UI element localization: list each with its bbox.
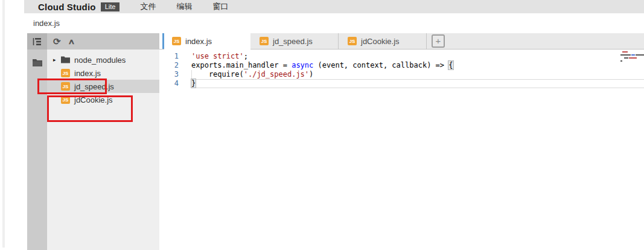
tree-item-node-modules[interactable]: ▸ node_modules bbox=[47, 53, 159, 66]
breadcrumb: index.js bbox=[24, 13, 644, 33]
js-file-icon: JS bbox=[348, 37, 357, 45]
code-line: 1 'use strict'; bbox=[159, 52, 644, 61]
tree-item-label: node_modules bbox=[74, 56, 126, 65]
app-brand: Cloud Studio bbox=[38, 2, 96, 12]
menu-window[interactable]: 窗口 bbox=[212, 1, 228, 12]
editor-pane: JS index.js JS jd_speed.js JS jdCookie.j… bbox=[159, 33, 644, 250]
matched-bracket: } bbox=[191, 79, 196, 88]
expand-arrow-icon[interactable]: ▸ bbox=[53, 57, 61, 63]
file-explorer: ⟳ ∧ ▸ node_modules JS index.js JS jd_spe… bbox=[47, 33, 159, 250]
code-editor[interactable]: 1 'use strict'; 2 exports.main_handler =… bbox=[159, 50, 644, 250]
code-line-current: 4 } bbox=[159, 79, 644, 88]
tab-label: jd_speed.js bbox=[273, 37, 313, 46]
tab-jdcookie-js[interactable]: JS jdCookie.js bbox=[339, 33, 427, 49]
tab-jd-speed-js[interactable]: JS jd_speed.js bbox=[250, 33, 339, 49]
explorer-toolbar: ⟳ ∧ bbox=[47, 33, 159, 50]
line-number: 1 bbox=[159, 52, 183, 61]
line-number: 3 bbox=[159, 70, 183, 79]
js-file-icon: JS bbox=[172, 37, 181, 45]
matched-bracket: { bbox=[448, 61, 453, 69]
tab-index-js[interactable]: JS index.js bbox=[162, 33, 250, 49]
minimap[interactable] bbox=[620, 51, 644, 65]
open-folder-icon bbox=[32, 58, 43, 66]
annotation-box-jdcookie bbox=[47, 95, 133, 122]
collapse-all-icon[interactable]: ∧ bbox=[68, 38, 75, 45]
refresh-icon[interactable]: ⟳ bbox=[53, 37, 61, 46]
activity-bar bbox=[27, 33, 47, 250]
code-line: 2 exports.main_handler = async (event, c… bbox=[159, 61, 644, 70]
breadcrumb-filename: index.js bbox=[33, 19, 60, 28]
tree-item-label: index.js bbox=[74, 69, 101, 78]
lite-badge: Lite bbox=[101, 2, 120, 11]
tab-label: index.js bbox=[185, 37, 212, 46]
tab-label: jdCookie.js bbox=[361, 37, 400, 46]
tree-outline-icon bbox=[33, 37, 42, 46]
menu-file[interactable]: 文件 bbox=[140, 1, 156, 12]
folder-view-button[interactable] bbox=[27, 53, 47, 71]
js-file-icon: JS bbox=[61, 69, 70, 77]
menubar: Cloud Studio Lite 文件 编辑 窗口 bbox=[24, 0, 644, 13]
new-tab-button[interactable]: + bbox=[432, 34, 445, 48]
tree-item-index-js[interactable]: JS index.js bbox=[47, 66, 159, 80]
explorer-view-button[interactable] bbox=[27, 33, 47, 50]
js-file-icon: JS bbox=[260, 37, 269, 45]
annotation-box-jd-speed bbox=[37, 79, 107, 94]
line-number: 4 bbox=[159, 79, 183, 88]
page-scrollbar[interactable] bbox=[2, 0, 5, 248]
code-line: 3 require('./jd_speed.js') bbox=[159, 70, 644, 79]
menu-edit[interactable]: 编辑 bbox=[176, 1, 192, 12]
folder-icon bbox=[61, 56, 70, 64]
line-number: 2 bbox=[159, 61, 183, 70]
tab-bar: JS index.js JS jd_speed.js JS jdCookie.j… bbox=[159, 33, 644, 50]
